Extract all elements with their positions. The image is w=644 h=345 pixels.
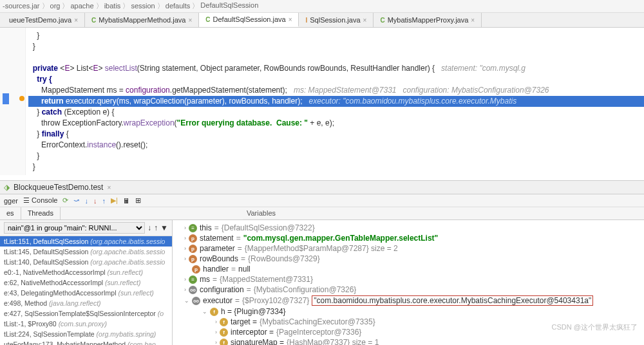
thread-selector[interactable]: nain"@1 in group "main": RUNNI...	[4, 222, 145, 234]
stack-frame[interactable]: tList:224, SqlSessionTemplate (org.mybat…	[0, 329, 172, 339]
this-icon: ≡	[189, 224, 197, 232]
class-icon: C	[205, 16, 210, 23]
step-up-icon[interactable]: ↑	[154, 223, 158, 232]
variable-row[interactable]: ›≡ms = {MappedStatement@7331}	[175, 274, 641, 284]
param-icon: p	[192, 265, 200, 274]
expand-icon[interactable]: ›	[215, 319, 217, 325]
variable-row[interactable]: ›pstatement = "com.mysql.gen.mapper.GenT…	[175, 233, 641, 243]
tab-console[interactable]: ☰ Console	[23, 196, 57, 205]
debug-toolbar: gger ☰ Console ⟳ ⤻ ↓ ↓ ↑ ▶| 🖩 ⊞	[0, 194, 644, 207]
object-icon: oo	[189, 286, 197, 294]
object-icon: oo	[192, 297, 200, 305]
variable-row[interactable]: phandler = null	[175, 264, 641, 274]
tab-debugger[interactable]: gger	[4, 197, 18, 205]
expand-icon[interactable]: ›	[184, 235, 186, 241]
filter-icon[interactable]: ▼	[160, 223, 168, 232]
tab-file-2[interactable]: CDefaultSqlSession.java×	[199, 13, 299, 27]
tab-threads[interactable]: Threads	[21, 207, 61, 219]
execution-point-icon	[3, 93, 9, 104]
stack-frame[interactable]: uteForMany:173, MybatisMapperMethod (com…	[0, 339, 172, 345]
debug-icon: ⬗	[4, 183, 10, 192]
code-content[interactable]: } } private <E> List<E> selectList(Strin…	[0, 30, 644, 172]
breakpoint-icon[interactable]	[19, 96, 24, 101]
collapse-icon[interactable]: ⌄	[202, 308, 207, 315]
close-icon[interactable]: ×	[74, 17, 78, 24]
expand-icon[interactable]: ›	[184, 225, 186, 231]
watermark: CSDN @这个世界太疯狂了	[552, 322, 638, 332]
param-icon: p	[189, 245, 197, 253]
stack-frame[interactable]: tList:140, DefaultSqlSession (org.apache…	[0, 257, 172, 267]
param-icon: p	[189, 234, 197, 243]
variable-row[interactable]: ›≡this = {DefaultSqlSession@7322}	[175, 223, 641, 233]
stack-frame[interactable]: tList:151, DefaultSqlSession (org.apache…	[0, 236, 172, 247]
variable-row[interactable]: ⌄fh = {Plugin@7334}	[175, 306, 641, 317]
close-icon[interactable]: ×	[289, 16, 292, 23]
expand-icon[interactable]: ›	[184, 276, 186, 283]
field-icon: f	[210, 308, 218, 316]
force-step-into-icon[interactable]: ↓	[93, 197, 97, 205]
tab-file-1[interactable]: CMybatisMapperMethod.java×	[85, 13, 199, 27]
param-icon: p	[189, 255, 197, 263]
stack-frame[interactable]: e0:-1, NativeMethodAccessorImpl (sun.ref…	[0, 267, 172, 277]
this-icon: ≡	[189, 275, 197, 284]
close-icon[interactable]: ×	[363, 17, 367, 24]
expand-icon[interactable]: ›	[215, 339, 217, 345]
variable-row[interactable]: ›prowBounds = {RowBounds@7329}	[175, 254, 641, 264]
frames-panel: nain"@1 in group "main": RUNNI... ↓ ↑ ▼ …	[0, 220, 173, 345]
stack-frame[interactable]: e:498, Method (java.lang.reflect)	[0, 298, 172, 308]
stack-frame[interactable]: tList:-1, $Proxy80 (com.sun.proxy)	[0, 319, 172, 329]
field-icon: f	[220, 328, 228, 337]
rerun-icon[interactable]: ⟳	[62, 196, 68, 205]
class-icon: C	[380, 17, 384, 24]
editor-tabs: ueueTestDemo.java× CMybatisMapperMethod.…	[0, 13, 644, 28]
stack-frame[interactable]: e:62, NativeMethodAccessorImpl (sun.refl…	[0, 277, 172, 288]
expand-icon[interactable]: ›	[184, 256, 186, 262]
step-down-icon[interactable]: ↓	[147, 223, 151, 232]
close-icon[interactable]: ×	[107, 184, 111, 191]
tab-file-3[interactable]: ISqlSession.java×	[299, 13, 374, 27]
step-over-icon[interactable]: ⤻	[73, 196, 79, 205]
variable-row[interactable]: ›pparameter = {MapperMethod$ParamMap@728…	[175, 243, 641, 254]
tab-frames[interactable]: es	[0, 207, 21, 219]
collapse-icon[interactable]: ⌄	[184, 297, 189, 304]
class-icon: C	[91, 17, 96, 24]
expand-icon[interactable]: ›	[184, 245, 186, 252]
variables-header: Variables	[243, 207, 279, 219]
evaluate-icon[interactable]: 🖩	[123, 197, 130, 205]
breadcrumb: -sources.jar org apache ibatis session d…	[0, 0, 644, 13]
close-icon[interactable]: ×	[188, 17, 192, 24]
field-icon: f	[220, 318, 228, 326]
step-into-icon[interactable]: ↓	[84, 197, 88, 205]
code-editor[interactable]: } } private <E> List<E> selectList(Strin…	[0, 28, 644, 175]
close-icon[interactable]: ×	[471, 17, 475, 24]
step-out-icon[interactable]: ↑	[102, 197, 106, 205]
field-icon: f	[220, 339, 228, 346]
debug-session-tab[interactable]: ⬗ BlockqueueTestDemo.test ×	[0, 180, 644, 194]
stack-frame[interactable]: tList:145, DefaultSqlSession (org.apache…	[0, 247, 172, 257]
settings-icon[interactable]: ⊞	[135, 196, 141, 205]
debug-panel-tabs: es Threads Variables	[0, 207, 644, 220]
highlighted-value: "com.baomidou.mybatisplus.core.executor.…	[312, 295, 593, 306]
variable-row[interactable]: ›fsignatureMap = {HashMap@7337} size = 1	[175, 337, 641, 345]
expand-icon[interactable]: ›	[184, 286, 186, 293]
interface-icon: I	[305, 17, 307, 24]
stack-frame[interactable]: e:43, DelegatingMethodAccessorImpl (sun.…	[0, 288, 172, 298]
variable-row-executor[interactable]: ⌄ooexecutor = {$Proxy102@7327} "com.baom…	[175, 295, 641, 306]
tab-file-0[interactable]: ueueTestDemo.java×	[0, 13, 85, 27]
tab-file-4[interactable]: CMybatisMapperProxy.java×	[374, 13, 482, 27]
expand-icon[interactable]: ›	[215, 329, 217, 335]
run-to-cursor-icon[interactable]: ▶|	[111, 196, 118, 205]
variable-row[interactable]: ›ooconfiguration = {MybatisConfiguration…	[175, 284, 641, 295]
stack-frame[interactable]: e:427, SqlSessionTemplate$SqlSessionInte…	[0, 308, 172, 319]
